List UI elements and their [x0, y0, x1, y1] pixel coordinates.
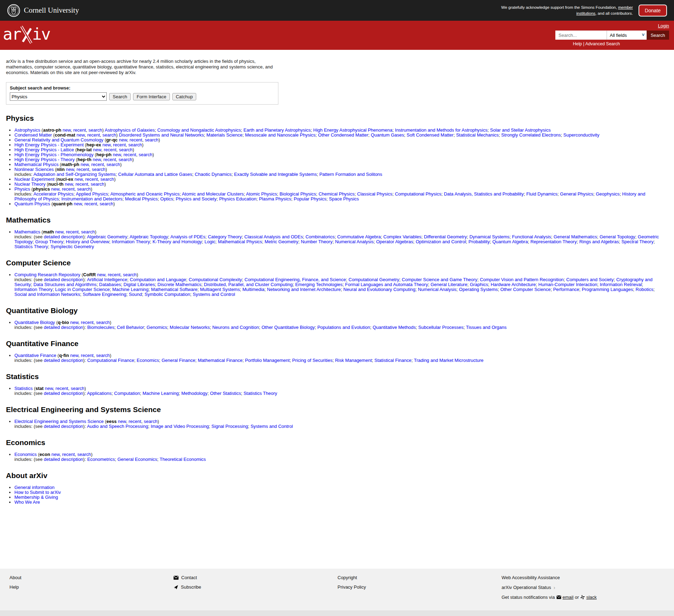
subcategory-link[interactable]: Instrumentation and Detectors: [61, 196, 123, 201]
subcategory-link[interactable]: Commutative Algebra: [337, 234, 381, 239]
archive-nav-search[interactable]: search: [128, 142, 142, 147]
archive-nav-recent[interactable]: recent: [128, 419, 141, 424]
subcategory-link[interactable]: Quantitative Methods: [372, 325, 416, 330]
subcategory-link[interactable]: Risk Management: [335, 358, 372, 363]
archive-nav-search[interactable]: search: [71, 386, 84, 391]
archive-link[interactable]: Nuclear Theory: [14, 181, 46, 187]
archive-nav-new[interactable]: new: [52, 452, 60, 457]
archive-nav-recent[interactable]: recent: [108, 272, 120, 277]
subcategory-link[interactable]: Statistical Finance: [375, 358, 412, 363]
subcategory-link[interactable]: High Energy Astrophysical Phenomena: [313, 127, 392, 133]
archive-nav-new[interactable]: new: [77, 132, 85, 138]
archive-nav-recent[interactable]: recent: [84, 201, 97, 206]
subcategory-link[interactable]: Mathematical Finance: [198, 358, 243, 363]
subcategory-link[interactable]: Numerical Analysis: [418, 287, 457, 292]
subject-select[interactable]: Physics: [10, 92, 107, 101]
archive-link[interactable]: General Relativity and Quantum Cosmology: [14, 137, 104, 143]
archive-link[interactable]: Astrophysics: [14, 127, 40, 133]
subcategory-link[interactable]: Atmospheric and Oceanic Physics: [110, 191, 179, 197]
archive-nav-new[interactable]: new: [66, 167, 74, 172]
archive-nav-new[interactable]: new: [70, 353, 78, 358]
subcategory-link[interactable]: Genomics: [147, 325, 167, 330]
subcategory-link[interactable]: Statistical Mechanics: [456, 132, 498, 138]
archive-nav-search[interactable]: search: [119, 147, 133, 152]
email-notifications-link[interactable]: email: [563, 595, 574, 600]
subcategory-link[interactable]: Operating Systems: [459, 287, 498, 292]
subcategory-link[interactable]: Pricing of Securities: [292, 358, 332, 363]
archive-nav-new[interactable]: new: [103, 142, 111, 147]
subcategory-link[interactable]: General Topology: [600, 234, 635, 239]
subcategory-link[interactable]: Other Quantitative Biology: [262, 325, 315, 330]
advanced-search-link[interactable]: Advanced Search: [585, 41, 620, 46]
archive-nav-recent[interactable]: recent: [104, 147, 116, 152]
subcategory-link[interactable]: Other Condensed Matter: [318, 132, 368, 138]
detailed-description-link[interactable]: detailed description: [44, 325, 83, 330]
catchup-button[interactable]: Catchup: [172, 93, 196, 100]
subcategory-link[interactable]: Databases: [99, 282, 121, 287]
archive-link[interactable]: Physics: [14, 186, 30, 192]
subcategory-link[interactable]: Superconductivity: [563, 132, 600, 138]
subcategory-link[interactable]: Atomic and Molecular Clusters: [182, 191, 244, 197]
archive-nav-search[interactable]: search: [96, 353, 110, 358]
subcategory-link[interactable]: Classical Analysis and ODEs: [244, 234, 303, 239]
subcategory-link[interactable]: Symbolic Computation: [145, 292, 190, 297]
archive-nav-recent[interactable]: recent: [73, 127, 86, 133]
subcategory-link[interactable]: Analysis of PDEs: [170, 234, 205, 239]
subcategory-link[interactable]: Fluid Dynamics: [526, 191, 557, 197]
archive-link[interactable]: High Energy Physics - Experiment: [14, 142, 84, 147]
subcategory-link[interactable]: Human-Computer Interaction: [538, 282, 597, 287]
subcategory-link[interactable]: Trading and Market Microstructure: [414, 358, 483, 363]
subcategory-link[interactable]: Combinatorics: [305, 234, 335, 239]
archive-nav-search[interactable]: search: [91, 181, 104, 187]
subcategory-link[interactable]: Instrumentation and Methods for Astrophy…: [395, 127, 488, 133]
subcategory-link[interactable]: Soft Condensed Matter: [407, 132, 454, 138]
subcategory-link[interactable]: Systems and Control: [193, 292, 235, 297]
login-link[interactable]: Login: [658, 23, 669, 28]
subcategory-link[interactable]: General Economics: [117, 457, 157, 462]
archive-link[interactable]: High Energy Physics - Lattice: [14, 147, 74, 152]
archive-link[interactable]: Computing Research Repository: [14, 272, 80, 277]
archive-nav-new[interactable]: new: [51, 186, 59, 192]
subcategory-link[interactable]: Physics Education: [219, 196, 256, 201]
archive-link[interactable]: Economics: [14, 452, 37, 457]
archive-link[interactable]: Quantitative Finance: [14, 353, 56, 358]
subcategory-link[interactable]: Econometrics: [87, 457, 115, 462]
subcategory-link[interactable]: Disordered Systems and Neural Networks: [119, 132, 204, 138]
subcategory-link[interactable]: Number Theory: [301, 239, 332, 244]
subcategory-link[interactable]: Atomic Physics: [246, 191, 277, 197]
subcategory-link[interactable]: Group Theory: [35, 239, 63, 244]
archive-link[interactable]: Mathematical Physics: [14, 162, 59, 167]
subcategory-link[interactable]: Popular Physics: [294, 196, 326, 201]
subcategory-link[interactable]: Strongly Correlated Electrons: [501, 132, 561, 138]
archive-nav-search[interactable]: search: [92, 167, 105, 172]
subcategory-link[interactable]: Computational Physics: [395, 191, 441, 197]
subcategory-link[interactable]: Methodology: [181, 391, 207, 396]
subcategory-link[interactable]: Physics and Society: [176, 196, 217, 201]
subcategory-link[interactable]: Cell Behavior: [117, 325, 144, 330]
subcategory-link[interactable]: Computational Geometry: [349, 277, 399, 282]
footer-about-link[interactable]: About: [9, 575, 173, 580]
subcategory-link[interactable]: Category Theory: [208, 234, 242, 239]
footer-privacy-link[interactable]: Privacy Policy: [338, 584, 502, 590]
all-fields-select[interactable]: All fields: [607, 31, 647, 40]
subcategory-link[interactable]: Information Theory: [112, 239, 150, 244]
subcategory-link[interactable]: Complex Variables: [383, 234, 421, 239]
detailed-description-link[interactable]: detailed description: [44, 424, 83, 429]
subcategory-link[interactable]: Computational Complexity: [189, 277, 242, 282]
subcategory-link[interactable]: Information Retrieval: [600, 282, 642, 287]
subcategory-link[interactable]: Portfolio Management: [245, 358, 290, 363]
subcategory-link[interactable]: General Finance: [161, 358, 195, 363]
subcategory-link[interactable]: Image and Video Processing: [151, 424, 209, 429]
archive-link[interactable]: Electrical Engineering and Systems Scien…: [14, 419, 104, 424]
subcategory-link[interactable]: Subcellular Processes: [418, 325, 464, 330]
archive-link[interactable]: Quantum Physics: [14, 201, 50, 206]
archive-link[interactable]: High Energy Physics - Theory: [14, 157, 75, 162]
subcategory-link[interactable]: Accelerator Physics: [33, 191, 73, 197]
subcategory-link[interactable]: Rings and Algebras: [579, 239, 619, 244]
subcategory-link[interactable]: Chemical Physics: [318, 191, 355, 197]
subcategory-link[interactable]: Machine Learning: [143, 391, 179, 396]
subcategory-link[interactable]: Computation and Language: [130, 277, 186, 282]
subcategory-link[interactable]: Materials Science: [206, 132, 243, 138]
subcategory-link[interactable]: Neurons and Cognition: [212, 325, 259, 330]
subcategory-link[interactable]: Optimization and Control: [416, 239, 466, 244]
